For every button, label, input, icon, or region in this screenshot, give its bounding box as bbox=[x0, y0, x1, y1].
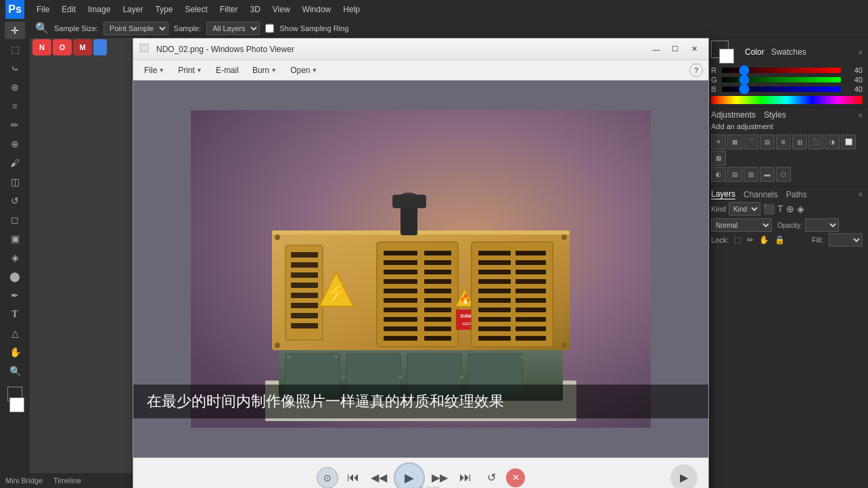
vibrance-adj-icon[interactable]: ⊗ bbox=[776, 135, 791, 149]
posterize-adj-icon[interactable]: ▤ bbox=[727, 167, 742, 182]
plugin-icon-m[interactable]: M bbox=[73, 39, 92, 55]
layer-icon4[interactable]: ◈ bbox=[797, 203, 804, 214]
pv-menu-open[interactable]: Open ▼ bbox=[285, 63, 323, 78]
maximize-button[interactable]: ☐ bbox=[666, 43, 684, 56]
close-button[interactable]: ✕ bbox=[685, 43, 703, 56]
blur-tool[interactable]: ◈ bbox=[5, 249, 25, 266]
menu-help[interactable]: Help bbox=[338, 3, 365, 16]
layer-kind-select[interactable]: Kind bbox=[729, 202, 760, 216]
menu-window[interactable]: Window bbox=[297, 3, 337, 16]
slideshow-button[interactable]: ⊙ bbox=[317, 467, 338, 489]
layers-tab[interactable]: Layers bbox=[711, 189, 735, 199]
layer-icon1[interactable]: ⬛ bbox=[763, 203, 775, 214]
swatches-tab[interactable]: Swatches bbox=[771, 47, 806, 57]
delete-button[interactable]: ✕ bbox=[506, 468, 525, 487]
exposure-adj-icon[interactable]: ▤ bbox=[760, 135, 775, 149]
help-button[interactable]: ? bbox=[689, 64, 703, 77]
lock-icon4[interactable]: 🔒 bbox=[775, 235, 785, 245]
lasso-tool[interactable]: ⤿ bbox=[5, 59, 25, 77]
opacity-select[interactable] bbox=[805, 218, 839, 232]
pen-tool[interactable]: ✒ bbox=[5, 287, 25, 304]
layer-icon2[interactable]: T bbox=[777, 203, 783, 214]
adj-panel-options[interactable]: ≡ bbox=[859, 112, 863, 119]
menu-type[interactable]: Type bbox=[150, 3, 178, 16]
bw-adj-icon[interactable]: ◑ bbox=[825, 135, 840, 149]
pv-menu-file[interactable]: File ▼ bbox=[139, 63, 170, 78]
menu-edit[interactable]: Edit bbox=[56, 3, 81, 16]
eraser-tool[interactable]: ◻ bbox=[5, 211, 25, 228]
path-tool[interactable]: △ bbox=[5, 324, 25, 342]
threshold-adj-icon[interactable]: ▨ bbox=[744, 167, 758, 182]
background-color-swatch[interactable] bbox=[9, 397, 24, 412]
pv-menu-print[interactable]: Print ▼ bbox=[173, 63, 208, 78]
plugin-icon-blue[interactable] bbox=[93, 39, 107, 55]
minimize-button[interactable]: — bbox=[647, 43, 665, 56]
plugin-icon-n[interactable]: N bbox=[32, 39, 51, 55]
zoom-tool[interactable]: 🔍 bbox=[5, 362, 25, 380]
color-panel-menu[interactable]: ≡ bbox=[859, 49, 863, 56]
menu-select[interactable]: Select bbox=[179, 3, 212, 16]
background-swatch[interactable] bbox=[719, 49, 734, 64]
lock-icon1[interactable]: ⬚ bbox=[734, 235, 741, 245]
timeline-label[interactable]: Timeline bbox=[53, 477, 81, 485]
plugin-icon-o[interactable]: O bbox=[53, 39, 72, 55]
gradient-tool[interactable]: ▣ bbox=[5, 230, 25, 247]
menu-view[interactable]: View bbox=[267, 3, 296, 16]
show-sampling-ring-checkbox[interactable] bbox=[265, 22, 274, 35]
channel-mixer-adj-icon[interactable]: ▦ bbox=[711, 151, 726, 166]
menu-3d[interactable]: 3D bbox=[244, 3, 265, 16]
brightness-adj-icon[interactable]: ☀ bbox=[711, 135, 726, 149]
layer-icon3[interactable]: ⊕ bbox=[786, 203, 794, 214]
curves-adj-icon[interactable]: ⌒ bbox=[744, 135, 758, 149]
hsl-adj-icon[interactable]: ▥ bbox=[792, 135, 807, 149]
dodge-tool[interactable]: ⬤ bbox=[5, 268, 25, 285]
next-button[interactable]: ⏭ bbox=[455, 467, 476, 489]
prev-button[interactable]: ⏮ bbox=[342, 467, 364, 489]
r-slider[interactable] bbox=[722, 68, 841, 73]
color-tab[interactable]: Color bbox=[745, 47, 764, 57]
lock-icon2[interactable]: ✏ bbox=[747, 235, 754, 245]
stamp-tool[interactable]: ◫ bbox=[5, 173, 25, 191]
sample-size-select[interactable]: Point Sample bbox=[104, 22, 168, 35]
menu-filter[interactable]: Filter bbox=[214, 3, 244, 16]
invert-adj-icon[interactable]: ◐ bbox=[711, 167, 726, 182]
move-tool[interactable]: ✛ bbox=[5, 22, 25, 39]
right-play-button[interactable]: ▶ bbox=[670, 464, 698, 489]
rewind-button[interactable]: ◀◀ bbox=[368, 467, 390, 489]
fill-select[interactable] bbox=[829, 233, 863, 247]
marquee-tool[interactable]: ⬚ bbox=[5, 41, 25, 58]
color-balance-adj-icon[interactable]: ⬛ bbox=[808, 135, 823, 149]
brush-tool[interactable]: 🖌 bbox=[5, 154, 25, 172]
lock-icon3[interactable]: ✋ bbox=[759, 235, 769, 245]
pv-menu-email[interactable]: E-mail bbox=[210, 63, 244, 78]
type-tool[interactable]: T bbox=[5, 306, 25, 323]
paths-tab[interactable]: Paths bbox=[786, 190, 807, 199]
mini-bridge-label[interactable]: Mini Bridge bbox=[5, 477, 43, 485]
eyedropper-tool[interactable]: ✏ bbox=[5, 116, 25, 134]
layers-panel-menu[interactable]: ≡ bbox=[859, 191, 863, 198]
styles-tab[interactable]: Styles bbox=[764, 110, 786, 120]
adjustments-tab[interactable]: Adjustments bbox=[711, 110, 756, 120]
pv-menu-burn[interactable]: Burn ▼ bbox=[247, 63, 282, 78]
b-slider[interactable] bbox=[722, 87, 841, 92]
photo-filter-adj-icon[interactable]: ⬜ bbox=[841, 135, 856, 149]
quick-select-tool[interactable]: ⊛ bbox=[5, 78, 25, 96]
heal-tool[interactable]: ⊕ bbox=[5, 135, 25, 153]
menu-layer[interactable]: Layer bbox=[117, 3, 148, 16]
levels-adj-icon[interactable]: ▦ bbox=[727, 135, 742, 149]
fg-bg-swatches[interactable] bbox=[5, 387, 24, 412]
channels-tab[interactable]: Channels bbox=[744, 190, 778, 199]
menu-file[interactable]: File bbox=[31, 3, 55, 16]
crop-tool[interactable]: ⌗ bbox=[5, 97, 25, 115]
history-tool[interactable]: ↺ bbox=[5, 192, 25, 210]
color-spectrum[interactable] bbox=[711, 96, 863, 104]
blend-mode-select[interactable]: Normal bbox=[711, 218, 772, 232]
hand-tool[interactable]: ✋ bbox=[5, 343, 25, 361]
sample-select[interactable]: All Layers bbox=[206, 22, 260, 35]
play-button[interactable]: ▶ bbox=[394, 462, 425, 489]
selective-color-adj-icon[interactable]: ⬡ bbox=[776, 167, 791, 182]
gradient-map-adj-icon[interactable]: ▬ bbox=[760, 167, 775, 182]
g-slider[interactable] bbox=[722, 77, 841, 82]
rotate-left-button[interactable]: ↺ bbox=[480, 467, 502, 489]
menu-image[interactable]: Image bbox=[83, 3, 116, 16]
